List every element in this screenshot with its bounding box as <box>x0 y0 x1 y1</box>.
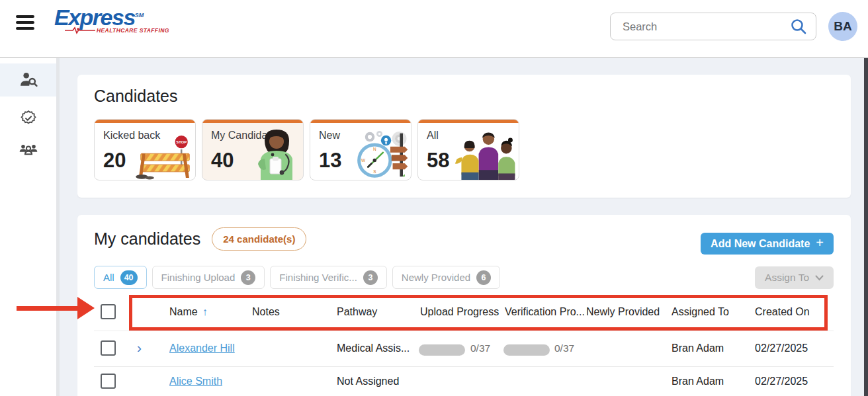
add-button-label: Add New Candidate <box>711 238 810 250</box>
logo-brand-text: Express <box>54 5 135 30</box>
sidebar <box>0 58 56 396</box>
svg-text:W: W <box>361 158 365 163</box>
my-candidates-title: My candidates <box>94 229 200 249</box>
sidebar-item-candidate-search[interactable] <box>0 63 56 97</box>
card-count: 13 <box>319 149 341 173</box>
row-expander-icon[interactable]: › <box>137 339 142 356</box>
row-checkbox[interactable] <box>101 340 116 356</box>
logo-tagline: HEALTHCARE STAFFING <box>97 27 169 34</box>
card-my-candidates[interactable]: My Candidates 40 <box>202 119 304 180</box>
verification-progress-bar <box>503 344 550 356</box>
groups-icon <box>18 139 39 160</box>
filter-chips-row: All 40 Finishing Upload 3 Finishing Veri… <box>94 266 500 289</box>
right-edge-strip <box>864 58 868 396</box>
search-input[interactable] <box>611 20 790 33</box>
verification-progress-value: 0/37 <box>554 342 574 354</box>
card-new[interactable]: New 13 N S W <box>310 119 412 180</box>
card-label: All <box>427 130 439 141</box>
assigned-to-cell: Bran Adam <box>672 376 724 387</box>
chip-count-badge: 40 <box>120 270 138 285</box>
ekg-line-icon <box>65 26 95 34</box>
created-on-cell: 02/27/2025 <box>755 342 808 354</box>
pathway-cell: Not Assigned <box>337 376 399 387</box>
search-icon[interactable] <box>790 18 807 35</box>
table-row: › Alexander Hill Medical Assis... 0/37 0… <box>77 331 851 367</box>
select-all-checkbox[interactable] <box>101 304 116 319</box>
annotation-arrow-shaft <box>17 306 79 311</box>
user-avatar[interactable]: BA <box>828 12 857 41</box>
nurse-illustration <box>250 127 302 180</box>
filter-chip-newly-provided[interactable]: Newly Provided 6 <box>392 266 500 289</box>
chip-label: Finishing Verific... <box>279 272 357 283</box>
filter-chip-finishing-verification[interactable]: Finishing Verific... 3 <box>270 266 387 289</box>
chip-label: Newly Provided <box>402 272 470 283</box>
upload-progress-value: 0/37 <box>470 342 490 354</box>
card-accent-bar <box>202 120 303 123</box>
filter-chip-finishing-upload[interactable]: Finishing Upload 3 <box>152 266 265 289</box>
assign-to-button[interactable]: Assign To <box>755 266 834 289</box>
chip-label: All <box>103 272 114 283</box>
candidates-summary-panel: Candidates Kicked back 20 STOP <box>77 75 851 198</box>
chip-count-badge: 3 <box>241 270 255 285</box>
candidate-name-link[interactable]: Alice Smith <box>169 376 222 387</box>
stop-sign-barricade-illustration: STOP <box>133 132 194 180</box>
sidebar-item-groups[interactable] <box>0 133 56 166</box>
search-box <box>610 13 816 40</box>
chip-count-badge: 3 <box>363 270 378 285</box>
card-count: 20 <box>103 149 126 173</box>
chip-count-badge: 6 <box>476 270 491 285</box>
candidate-name-link[interactable]: Alexander Hill <box>169 342 235 354</box>
card-count: 40 <box>211 149 234 173</box>
filter-chip-all[interactable]: All 40 <box>94 266 147 289</box>
annotation-arrow-head <box>77 297 95 319</box>
add-new-candidate-button[interactable]: Add New Candidate + <box>701 233 834 255</box>
candidates-title: Candidates <box>94 87 177 106</box>
card-accent-bar <box>95 120 195 123</box>
person-search-icon <box>18 69 39 91</box>
svg-text:STOP: STOP <box>176 140 187 144</box>
verified-badge-icon <box>19 109 38 128</box>
plus-icon: + <box>816 235 824 251</box>
hamburger-menu-icon[interactable] <box>16 15 34 30</box>
card-label: New <box>319 130 340 141</box>
row-checkbox[interactable] <box>101 374 116 389</box>
chip-label: Finishing Upload <box>161 272 236 283</box>
created-on-cell: 02/27/2025 <box>755 376 808 387</box>
candidate-count-badge: 24 candidate(s) <box>212 227 306 251</box>
card-accent-bar <box>310 120 411 123</box>
sidebar-item-verification[interactable] <box>0 102 56 135</box>
assign-button-label: Assign To <box>765 272 809 284</box>
pathway-cell: Medical Assis... <box>337 342 410 354</box>
logo-trademark: SM <box>135 12 144 19</box>
card-all[interactable]: All 58 <box>417 119 519 180</box>
card-count: 58 <box>427 149 449 173</box>
summary-cards-row: Kicked back 20 STOP My Candidates 40 <box>94 119 519 180</box>
card-kicked-back[interactable]: Kicked back 20 STOP <box>94 119 196 180</box>
my-candidates-panel: My candidates 24 candidate(s) Add New Ca… <box>77 215 851 396</box>
svg-text:N: N <box>373 147 376 151</box>
card-accent-bar <box>418 120 519 123</box>
table-row: Alice Smith Not Assigned Bran Adam 02/27… <box>77 367 851 396</box>
compass-signpost-illustration: N S W <box>343 128 410 180</box>
express-logo: ExpressSM HEALTHCARE STAFFING <box>54 5 169 34</box>
chevron-down-icon <box>815 275 824 281</box>
upload-progress-bar <box>419 344 465 356</box>
top-bar: ExpressSM HEALTHCARE STAFFING BA <box>0 0 868 57</box>
svg-text:S: S <box>373 169 376 174</box>
table-header-row: Name↑ Notes Pathway Upload Progress Veri… <box>77 294 851 331</box>
annotation-red-box <box>129 295 828 331</box>
assigned-to-cell: Bran Adam <box>672 342 724 354</box>
people-group-illustration <box>454 131 517 180</box>
